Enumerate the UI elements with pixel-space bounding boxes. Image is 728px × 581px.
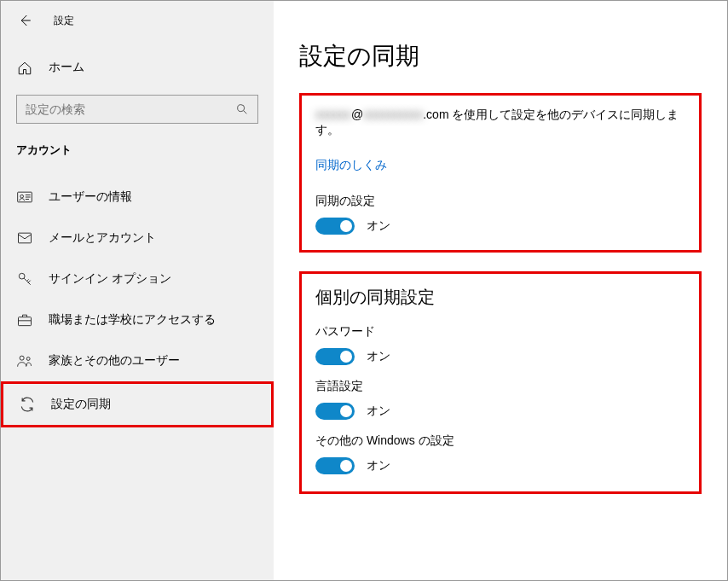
main-content: 設定の同期 xxxxxx@xxxxxxxxxx.com を使用して設定を他のデバ… bbox=[274, 1, 727, 580]
password-toggle[interactable] bbox=[315, 348, 355, 365]
search-icon bbox=[235, 102, 249, 116]
svg-point-7 bbox=[26, 357, 30, 361]
mail-icon bbox=[16, 229, 33, 247]
briefcase-icon bbox=[16, 311, 33, 328]
how-sync-link[interactable]: 同期のしくみ bbox=[315, 158, 387, 173]
sync-master-highlight: xxxxxx@xxxxxxxxxx.com を使用して設定を他のデバイスに同期し… bbox=[299, 93, 702, 253]
nav-item-sync[interactable]: 設定の同期 bbox=[1, 381, 274, 427]
account-at: @ bbox=[351, 107, 363, 121]
master-toggle[interactable] bbox=[315, 218, 355, 235]
user-icon bbox=[16, 189, 33, 206]
svg-rect-5 bbox=[19, 317, 32, 326]
master-toggle-row: オン bbox=[315, 218, 685, 235]
toggle-row-password: オン bbox=[315, 348, 685, 365]
item-label: パスワード bbox=[315, 324, 685, 340]
nav-label: サインイン オプション bbox=[49, 271, 171, 287]
item-state: オン bbox=[367, 349, 390, 364]
key-icon bbox=[16, 270, 33, 288]
account-prefix: xxxxxx bbox=[315, 107, 351, 121]
other-toggle[interactable] bbox=[315, 457, 355, 474]
nav-label: ユーザーの情報 bbox=[49, 189, 132, 205]
header: 設定 bbox=[1, 1, 274, 40]
item-label: その他の Windows の設定 bbox=[315, 433, 685, 449]
section-title: アカウント bbox=[1, 142, 274, 171]
home-item[interactable]: ホーム bbox=[1, 49, 274, 86]
item-state: オン bbox=[367, 458, 390, 474]
individual-sync-highlight: 個別の同期設定 パスワード オン 言語設定 オン その他の Windows の設… bbox=[299, 271, 702, 494]
sync-account-text: xxxxxx@xxxxxxxxxx.com を使用して設定を他のデバイスに同期し… bbox=[315, 107, 685, 138]
master-label: 同期の設定 bbox=[315, 194, 685, 209]
sidebar: 設定 ホーム アカウント ユーザーの情報 bbox=[1, 1, 274, 580]
sync-icon bbox=[19, 396, 36, 413]
nav-item-user-info[interactable]: ユーザーの情報 bbox=[1, 177, 274, 218]
master-state: オン bbox=[367, 218, 390, 234]
nav: ユーザーの情報 メールとアカウント サインイン オプション 職場または学校にアク… bbox=[1, 177, 274, 427]
item-label: 言語設定 bbox=[315, 379, 685, 394]
nav-label: 職場または学校にアクセスする bbox=[49, 312, 216, 328]
nav-label: 設定の同期 bbox=[51, 397, 111, 412]
item-state: オン bbox=[367, 404, 390, 419]
toggle-row-other: オン bbox=[315, 457, 685, 474]
svg-point-2 bbox=[20, 195, 24, 198]
nav-item-signin[interactable]: サインイン オプション bbox=[1, 259, 274, 299]
language-toggle[interactable] bbox=[315, 403, 355, 420]
page-title: 設定の同期 bbox=[299, 40, 702, 73]
svg-point-0 bbox=[238, 105, 245, 112]
nav-item-work[interactable]: 職場または学校にアクセスする bbox=[1, 299, 274, 340]
toggle-knob bbox=[340, 351, 352, 363]
svg-point-4 bbox=[19, 273, 25, 279]
nav-item-family[interactable]: 家族とその他のユーザー bbox=[1, 340, 274, 381]
individual-title: 個別の同期設定 bbox=[315, 286, 685, 309]
back-icon[interactable] bbox=[13, 9, 37, 32]
nav-item-mail[interactable]: メールとアカウント bbox=[1, 218, 274, 259]
settings-window: 設定 ホーム アカウント ユーザーの情報 bbox=[0, 0, 728, 581]
toggle-knob bbox=[340, 405, 352, 417]
toggle-knob bbox=[340, 460, 352, 472]
account-domain: xxxxxxxxxx bbox=[363, 107, 423, 121]
nav-label: 家族とその他のユーザー bbox=[49, 353, 180, 369]
search-box[interactable] bbox=[16, 95, 258, 124]
home-label: ホーム bbox=[49, 60, 84, 75]
toggle-row-language: オン bbox=[315, 403, 685, 420]
toggle-knob bbox=[340, 220, 352, 232]
svg-rect-3 bbox=[19, 233, 32, 243]
header-title: 設定 bbox=[54, 14, 74, 28]
search-input[interactable] bbox=[26, 102, 227, 116]
home-icon bbox=[16, 59, 33, 76]
nav-label: メールとアカウント bbox=[49, 230, 156, 246]
people-icon bbox=[16, 352, 33, 369]
svg-point-6 bbox=[20, 356, 24, 360]
